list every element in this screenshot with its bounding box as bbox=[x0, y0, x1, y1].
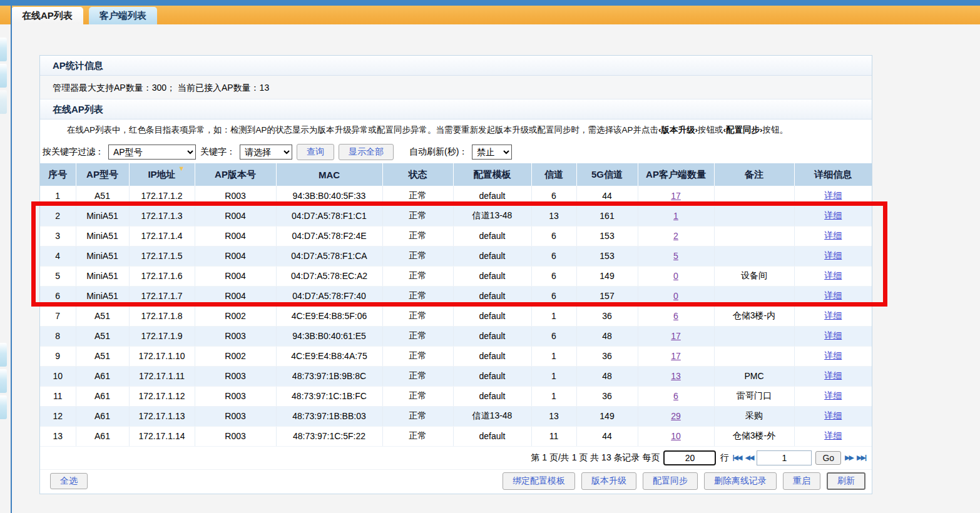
clients-count-link[interactable]: 17 bbox=[671, 351, 681, 361]
clients-count-link[interactable]: 5 bbox=[673, 251, 678, 261]
cell-index: 9 bbox=[40, 346, 76, 366]
clients-count-link[interactable]: 29 bbox=[671, 411, 681, 421]
desc-text: 按钮或 bbox=[698, 125, 723, 135]
column-header[interactable]: AP型号 bbox=[76, 163, 129, 186]
detail-link[interactable]: 详细 bbox=[824, 330, 842, 340]
top-blue-strip bbox=[0, 0, 980, 6]
cell-channel5g: 149 bbox=[576, 266, 638, 286]
version-upgrade-button[interactable]: 版本升级 bbox=[581, 472, 636, 490]
column-header[interactable]: AP版本号 bbox=[195, 163, 276, 186]
tab-client-list[interactable]: 客户端列表 bbox=[89, 7, 157, 24]
cell-status: 正常 bbox=[382, 346, 453, 366]
table-row: 7A51172.17.1.8R0024C:E9:E4:B8:5F:06正常def… bbox=[40, 306, 872, 326]
cell-version: R004 bbox=[195, 226, 276, 246]
filter-label: 按关键字过滤： bbox=[43, 146, 104, 158]
column-header[interactable]: MAC bbox=[276, 163, 382, 186]
detail-link[interactable]: 详细 bbox=[824, 230, 842, 240]
prev-page-icon[interactable]: ◀◀ bbox=[745, 454, 753, 462]
tab-group: 在线AP列表 客户端列表 bbox=[11, 7, 157, 24]
column-header[interactable]: 序号 bbox=[40, 163, 76, 186]
auto-refresh-select[interactable]: 禁止 bbox=[472, 145, 512, 160]
cell-mac: 94:3B:B0:40:61:E5 bbox=[276, 326, 382, 346]
cell-clients: 17 bbox=[638, 186, 714, 206]
detail-link[interactable]: 详细 bbox=[824, 210, 842, 220]
clients-count-link[interactable]: 0 bbox=[673, 291, 678, 301]
cell-detail: 详细 bbox=[794, 246, 872, 266]
detail-link[interactable]: 详细 bbox=[824, 250, 842, 260]
cell-channel5g: 36 bbox=[576, 306, 638, 326]
tab-online-ap-list[interactable]: 在线AP列表 bbox=[11, 7, 83, 24]
cell-model: A61 bbox=[76, 406, 129, 426]
sidebar-fragment bbox=[0, 90, 7, 114]
cell-index: 4 bbox=[40, 246, 76, 266]
cell-clients: 10 bbox=[638, 426, 714, 446]
column-header[interactable]: 5G信道 bbox=[576, 163, 638, 186]
clients-count-link[interactable]: 17 bbox=[671, 331, 681, 341]
detail-link[interactable]: 详细 bbox=[824, 430, 842, 440]
clients-count-link[interactable]: 2 bbox=[673, 231, 678, 241]
cell-channel: 6 bbox=[531, 186, 576, 206]
config-sync-button[interactable]: 配置同步 bbox=[643, 472, 698, 490]
detail-link[interactable]: 详细 bbox=[824, 390, 842, 400]
cell-template: default bbox=[453, 246, 531, 266]
keyword-select[interactable]: 请选择 bbox=[240, 145, 292, 160]
table-row: 13A61172.17.1.14R00348:73:97:1C:5F:22正常d… bbox=[40, 426, 872, 446]
refresh-button[interactable]: 刷新 bbox=[827, 472, 865, 490]
cell-index: 3 bbox=[40, 226, 76, 246]
go-button[interactable]: Go bbox=[815, 451, 841, 465]
clients-count-link[interactable]: 6 bbox=[673, 391, 678, 401]
keyword-label: 关键字： bbox=[200, 146, 235, 158]
cell-clients: 17 bbox=[638, 346, 714, 366]
filter-field-select[interactable]: AP型号 bbox=[108, 145, 196, 160]
clients-count-link[interactable]: 17 bbox=[671, 191, 681, 201]
column-header[interactable]: 信道 bbox=[531, 163, 576, 186]
cell-detail: 详细 bbox=[794, 186, 872, 206]
last-page-icon[interactable]: ▶▶| bbox=[857, 454, 865, 462]
clients-count-link[interactable]: 0 bbox=[673, 271, 678, 281]
cell-clients: 2 bbox=[638, 226, 714, 246]
cell-detail: 详细 bbox=[794, 206, 872, 226]
detail-link[interactable]: 详细 bbox=[824, 310, 842, 320]
cell-clients: 29 bbox=[638, 406, 714, 426]
sidebar-fragment bbox=[0, 343, 7, 367]
cell-version: R003 bbox=[195, 326, 276, 346]
bind-template-button[interactable]: 绑定配置模板 bbox=[503, 472, 575, 490]
auto-refresh-label: 自动刷新(秒)： bbox=[409, 146, 467, 158]
detail-link[interactable]: 详细 bbox=[824, 350, 842, 360]
cell-detail: 详细 bbox=[794, 366, 872, 386]
clients-count-link[interactable]: 6 bbox=[673, 311, 678, 321]
show-all-button[interactable]: 显示全部 bbox=[339, 144, 394, 160]
detail-link[interactable]: 详细 bbox=[824, 290, 842, 300]
column-header[interactable]: IP地址▼ bbox=[129, 163, 195, 186]
cell-channel5g: 48 bbox=[576, 326, 638, 346]
cell-clients: 1 bbox=[638, 206, 714, 226]
column-header[interactable]: 状态 bbox=[382, 163, 453, 186]
desc-bold-sync: ‹配置同步› bbox=[723, 125, 763, 135]
query-button[interactable]: 查询 bbox=[297, 144, 334, 160]
per-page-input[interactable] bbox=[663, 450, 716, 465]
detail-link[interactable]: 详细 bbox=[824, 370, 842, 380]
clients-count-link[interactable]: 10 bbox=[671, 431, 681, 441]
column-header[interactable]: 详细信息 bbox=[794, 163, 872, 186]
next-page-icon[interactable]: ▶▶ bbox=[845, 454, 853, 462]
page-number-input[interactable] bbox=[757, 450, 812, 465]
column-header[interactable]: 备注 bbox=[714, 163, 794, 186]
clients-count-link[interactable]: 1 bbox=[673, 211, 678, 221]
cell-detail: 详细 bbox=[794, 306, 872, 326]
column-header[interactable]: 配置模板 bbox=[453, 163, 531, 186]
cell-remark: 仓储3楼-外 bbox=[714, 426, 794, 446]
clients-count-link[interactable]: 13 bbox=[671, 371, 681, 381]
detail-link[interactable]: 详细 bbox=[824, 190, 842, 200]
cell-status: 正常 bbox=[382, 226, 453, 246]
detail-link[interactable]: 详细 bbox=[824, 410, 842, 420]
desc-text: 按钮。 bbox=[763, 125, 789, 135]
select-all-button[interactable]: 全选 bbox=[50, 473, 88, 489]
delete-offline-button[interactable]: 删除离线记录 bbox=[704, 472, 777, 490]
detail-link[interactable]: 详细 bbox=[824, 270, 842, 280]
cell-channel5g: 161 bbox=[576, 206, 638, 226]
first-page-icon[interactable]: |◀◀ bbox=[732, 454, 741, 462]
column-header[interactable]: AP客户端数量 bbox=[638, 163, 714, 186]
cell-index: 5 bbox=[40, 266, 76, 286]
cell-mac: 48:73:97:1C:1B:FC bbox=[276, 386, 382, 406]
reboot-button[interactable]: 重启 bbox=[783, 472, 820, 490]
